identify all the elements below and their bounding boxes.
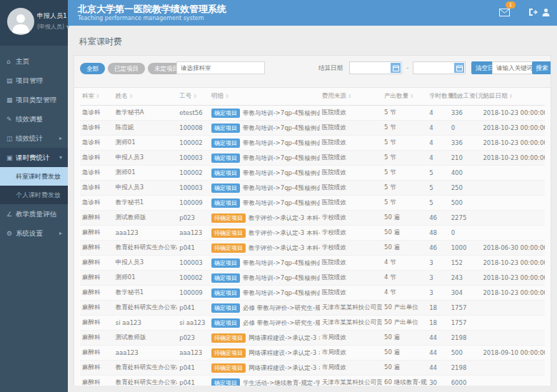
table-row: 麻醉科aaa123aaa123待确定项目网络课程建设->承认定-3 本科-3 学… <box>80 346 545 361</box>
fees-table: 科室↕姓名↕工号↕明细↕费用来源↕产出数量↕学时数量↕绩效工资(元)↕结算日期↕… <box>80 88 545 386</box>
sidebar-item-1[interactable]: ▤项目管理 <box>0 71 68 90</box>
status-badge: 确定项目 <box>211 124 240 133</box>
cell-id: 100009 <box>177 286 209 301</box>
cell-source: 医院绩效 <box>320 166 382 181</box>
cell-name: 测师01 <box>114 136 178 151</box>
cell-salary: 243 <box>449 271 481 286</box>
filter-pill-1[interactable]: 已定项目 <box>108 63 145 74</box>
submenu-item-1[interactable]: 个人课时费发放 <box>0 186 68 204</box>
column-header[interactable]: 结算日期↕ <box>481 88 545 106</box>
cell-date: 2018-10-23 00:00:00 <box>481 106 545 121</box>
sidebar-item-5[interactable]: ▣课时费统计▾ <box>0 148 68 167</box>
cell-salary: 152 <box>449 256 481 271</box>
cell-salary: 500 <box>449 196 481 211</box>
sidebar-item-6[interactable]: ∠教学质量评估 <box>0 204 68 223</box>
message-icon[interactable]: 1 <box>499 6 510 19</box>
cell-id: p041 <box>177 301 209 316</box>
detail-text: 带教与培训->7qp-4预核例会 <box>243 154 320 161</box>
cell-source: 市局绩效 <box>320 361 382 376</box>
cell-output: 5 节 <box>382 151 427 166</box>
detail-text: 带教与培训->7qp-4预核例会 <box>243 124 320 131</box>
cell-id: p041 <box>177 241 209 256</box>
cell-date: 2018-10-23 00:00:00 <box>481 286 545 301</box>
filter-pill-0[interactable]: 全部 <box>80 63 105 74</box>
sidebar-item-0[interactable]: ⌂主页 <box>0 51 68 71</box>
end-date-input[interactable] <box>413 61 466 74</box>
detail-text: 网络课程建设->承认定-3 本科-3 学员 <box>249 349 320 356</box>
start-date-input[interactable] <box>349 61 402 74</box>
cell-date: 2018-10-23 00:00:00 <box>481 121 545 136</box>
cell-source: 医院绩效 <box>320 106 382 121</box>
status-badge: 待确定项目 <box>211 243 246 253</box>
avatar <box>7 8 34 35</box>
cell-dept: 急诊科 <box>80 136 114 151</box>
cell-id: 100003 <box>177 151 209 166</box>
cell-name: aaa123 <box>114 346 178 361</box>
cell-salary: 210 <box>449 151 481 166</box>
sort-icon: ↕ <box>129 94 134 99</box>
cell-date <box>481 316 545 331</box>
sort-icon: ↕ <box>96 94 100 99</box>
table-header-row: 科室↕姓名↕工号↕明细↕费用来源↕产出数量↕学时数量↕绩效工资(元)↕结算日期↕ <box>80 88 545 106</box>
chevron-right-icon: ▸ <box>59 129 62 148</box>
cell-salary: 400 <box>449 166 481 181</box>
status-badge: 待确定项目 <box>211 228 246 238</box>
cell-source: 学校绩效 <box>320 241 382 256</box>
cell-output: 50 遍 <box>382 241 427 256</box>
table-row: 麻醉科aaa123aaa123待确定项目教学评价->承认定-3 本科-3 无接受… <box>80 226 545 241</box>
column-header[interactable]: 科室↕ <box>80 88 114 106</box>
person-icon <box>11 12 30 34</box>
cell-dept: 麻醉科 <box>80 256 114 271</box>
cell-hours: 48 <box>427 226 449 241</box>
column-header[interactable]: 产出数量↕ <box>382 88 427 106</box>
detail-text: 学生活动->继续教育-规定-学员 <box>243 379 320 386</box>
cell-hours: 4 <box>427 106 449 121</box>
status-badge: 确定项目 <box>211 318 240 328</box>
column-header[interactable]: 姓名↕ <box>114 88 178 106</box>
logout-icon[interactable] <box>528 6 538 19</box>
toolbar: 全部已定项目未定项目 结算日期 - 清空日期 搜索 <box>74 56 551 88</box>
search-button[interactable]: 搜索 <box>532 61 551 74</box>
column-header[interactable]: 明细↕ <box>209 88 320 106</box>
cell-hours: 4 <box>427 121 449 136</box>
status-badge: 待确定项目 <box>211 348 246 358</box>
calendar-icon[interactable] <box>454 63 464 73</box>
sidebar-item-label: 系统设置 <box>16 229 43 237</box>
cell-id: p023 <box>177 211 209 226</box>
sidebar-item-2[interactable]: ▦项目类型管理 <box>0 90 68 109</box>
detail-text: 网络课程建设->承认定-3 本科-3 学员 <box>249 364 320 371</box>
cell-salary: 0 <box>449 226 481 241</box>
cell-dept: 麻醉科 <box>80 271 114 286</box>
cell-name: 教学秘书A <box>114 106 178 121</box>
user-mini-icon[interactable] <box>542 6 550 19</box>
department-select[interactable] <box>176 61 265 74</box>
cell-id: 100002 <box>177 166 209 181</box>
calendar-icon[interactable] <box>391 63 401 73</box>
submenu-item-0[interactable]: 科室课时费发放 <box>0 167 68 186</box>
column-header[interactable]: 绩效工资(元)↕ <box>449 88 481 106</box>
user-role[interactable]: (申报人员) ▾ <box>37 23 69 31</box>
sidebar-item-4[interactable]: ◫绩效统计▸ <box>0 129 68 148</box>
cell-date: 2018-06-30 00:00:00 <box>481 241 545 256</box>
cell-name: 申报人员3 <box>114 151 178 166</box>
sidebar-item-3[interactable]: ✎绩效调整 <box>0 109 68 129</box>
sidebar-item-label: 项目类型管理 <box>16 96 56 104</box>
column-header[interactable]: 费用来源↕ <box>320 88 382 106</box>
cell-detail: 确定项目带教与培训->7qp-4预核例会 <box>209 196 320 211</box>
cell-id: 100002 <box>177 271 209 286</box>
filter-pills: 全部已定项目未定项目 <box>80 61 188 74</box>
user-panel[interactable]: 申报人员1 (申报人员) ▾ <box>0 0 68 46</box>
cell-output: 50 遍 <box>382 226 427 241</box>
cell-dept: 麻醉科 <box>80 226 114 241</box>
cell-id: aaa123 <box>177 226 209 241</box>
column-header[interactable]: 工号↕ <box>177 88 209 106</box>
page-title: 科室课时费 <box>68 26 557 55</box>
sidebar-item-7[interactable]: ⚙系统设置▸ <box>0 223 68 243</box>
sort-icon: ↕ <box>508 94 513 99</box>
column-header[interactable]: 学时数量↕ <box>427 88 449 106</box>
table-row: 急诊科陈霞妮100008确定项目带教与培训->7qp-4预核例会医院绩效5 节4… <box>80 121 545 136</box>
cell-dept: 急诊科 <box>80 181 114 196</box>
cell-salary: 1757 <box>449 301 481 316</box>
cell-id: aaa123 <box>177 346 209 361</box>
cell-name: 教学秘书1 <box>114 286 178 301</box>
